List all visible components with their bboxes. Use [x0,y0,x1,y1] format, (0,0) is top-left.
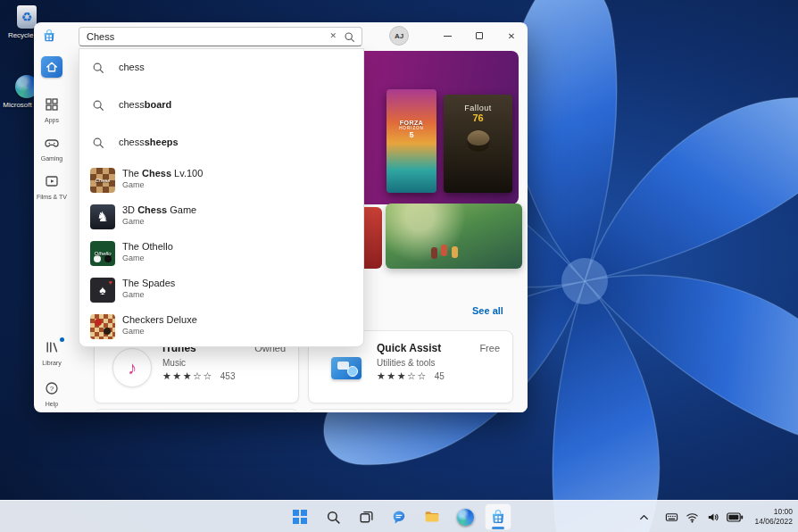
file-explorer-button[interactable] [419,503,445,530]
keyboard-icon[interactable] [665,511,678,524]
account-avatar[interactable]: AJ [389,26,409,46]
suggestion-term-chess[interactable]: chess [79,49,365,87]
help-icon [45,381,59,395]
taskbar-search-button[interactable] [320,503,346,530]
clock-time: 10:00 [754,507,793,517]
chat-icon [391,509,407,525]
home-icon [41,56,62,78]
the-chess-lv100-icon: Chess [90,168,115,193]
film-icon [45,174,59,188]
card-title: Quick Assist [377,342,441,354]
titlebar: Chess ✕ AJ ✕ [34,22,528,49]
maximize-icon [476,32,483,39]
edge-icon [457,509,474,526]
store-taskbar-button[interactable] [485,503,511,530]
sidebar-item-apps[interactable]: Apps [34,97,70,124]
edge-button[interactable] [452,503,478,530]
store-icon [490,509,506,525]
card-category: Music [162,358,186,368]
rating-count: 45 [435,371,445,381]
suggestion-term-chessboard[interactable]: chessboard [79,87,365,124]
apps-grid-icon [45,97,59,112]
minimize-button[interactable] [431,22,463,49]
minimize-icon [444,36,452,37]
sidebar-item-films-tv[interactable]: Films & TV [34,174,70,201]
windows-logo-icon [293,510,307,524]
maximize-button[interactable] [463,22,495,49]
library-update-badge [60,337,64,342]
search-suggestions-dropdown: chess chessboard chesssheeps Chess The C… [79,48,364,347]
search-box[interactable]: Chess ✕ [79,27,362,46]
search-icon [92,62,104,74]
itunes-icon: ♪ [112,348,152,387]
music-note-icon: ♪ [128,358,137,378]
store-window: Chess ✕ AJ ✕ Apps Gaming [34,22,528,412]
the-othello-icon: Othello [90,241,115,266]
wifi-icon[interactable] [686,511,699,524]
suggestion-term-chesssheeps[interactable]: chesssheeps [79,124,365,162]
clock-date: 14/06/2022 [754,517,793,527]
taskbar: 10:00 14/06/2022 [0,500,798,532]
suggestion-checkers-deluxe[interactable]: Checkers Deluxe Game [79,308,365,345]
recycle-bin-icon: ♻ [17,5,37,29]
close-icon: ✕ [508,31,515,41]
search-input[interactable]: Chess [87,31,114,42]
see-all-link[interactable]: See all [472,305,503,316]
card-category: Utilities & tools [377,358,436,368]
rating-stars: ★★★☆☆45 [377,370,445,382]
taskbar-clock[interactable]: 10:00 14/06/2022 [754,507,793,528]
task-view-button[interactable] [353,503,379,530]
partial-card-bottom-right[interactable] [308,409,513,412]
sidebar-item-gaming[interactable]: Gaming [34,136,70,162]
quick-assist-icon [327,348,366,387]
suggestion-the-spades[interactable]: ♠♥ The Spades Game [79,271,365,308]
rating-count: 453 [220,371,236,381]
fallout-76-cover[interactable]: Fallout 76 [444,95,512,193]
free-badge: Free [479,343,500,353]
library-books-icon [45,340,59,354]
partial-card-bottom-left[interactable] [94,409,299,412]
featured-game-card[interactable] [386,204,522,269]
rating-stars: ★★★☆☆453 [162,370,236,382]
window-controls: ✕ [431,22,528,49]
folder-icon [424,509,440,525]
fallout-helmet-art [467,130,490,152]
suggestion-the-othello[interactable]: Othello The Othello Game [79,235,365,271]
search-icon [92,99,104,112]
the-spades-icon: ♠♥ [90,278,115,303]
desktop: ♻ Recycle Bin Microsoft Edge Chess ✕ AJ … [0,0,798,532]
sidebar-item-help[interactable]: Help [34,381,70,408]
3d-chess-game-icon: ♞ [90,204,115,229]
volume-icon[interactable] [706,511,719,524]
suggestion-the-chess-lv100[interactable]: Chess The Chess Lv.100 Game [79,162,365,198]
search-icon [326,510,341,525]
search-icon [92,137,104,149]
task-view-icon [359,510,374,525]
chat-button[interactable] [386,503,412,530]
search-icon[interactable] [344,31,355,43]
gamepad-icon [45,136,59,150]
store-logo-icon [42,29,56,43]
battery-icon[interactable] [727,512,744,522]
close-button[interactable]: ✕ [495,22,528,49]
tray-chevron-up-icon[interactable] [637,511,651,524]
system-tray: 10:00 14/06/2022 [637,501,793,532]
start-button[interactable] [287,503,313,530]
sidebar-item-home[interactable] [34,56,70,78]
checkers-deluxe-icon [90,314,115,339]
sidebar-item-library[interactable]: Library [34,340,70,367]
sidebar: Apps Gaming Films & TV Library Help [34,49,70,412]
clear-search-icon[interactable]: ✕ [329,31,337,40]
taskbar-center-icons [287,503,511,530]
forza-horizon-5-cover[interactable]: FORZA HORIZON 5 [387,89,436,193]
suggestion-3d-chess-game[interactable]: ♞ 3D Chess Game Game [79,198,365,235]
